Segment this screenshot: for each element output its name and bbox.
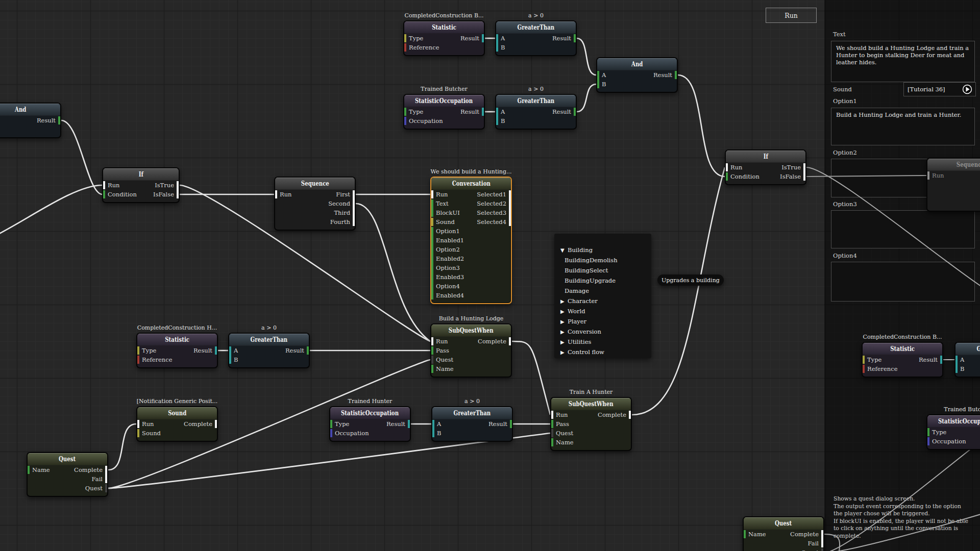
port-in-name[interactable]	[744, 530, 746, 539]
node-quest1[interactable]: QuestNameCompleteFailQuest	[27, 452, 108, 497]
port-in-occupation[interactable]	[404, 117, 406, 126]
port-in-a[interactable]	[432, 420, 434, 438]
port-out-complete[interactable]	[509, 337, 511, 346]
port-in-run[interactable]	[431, 190, 433, 199]
port-in-occupation[interactable]	[330, 429, 332, 438]
port-in-run[interactable]	[551, 411, 553, 419]
node-gt5[interactable]: a > 0GreaterThanAResultB	[954, 342, 980, 378]
port-in-pass[interactable]	[551, 420, 553, 429]
port-in-a[interactable]	[496, 108, 498, 126]
node-quest2[interactable]: QuestNameCompleteFailQuest	[743, 516, 824, 551]
menu-item-utilities[interactable]: ▶Utilities	[560, 337, 591, 347]
port-in-type[interactable]	[863, 356, 865, 364]
port-out-complete[interactable]	[821, 530, 823, 548]
run-button[interactable]: Run	[766, 8, 817, 23]
port-in-a[interactable]	[955, 356, 958, 373]
menu-item-buildingupgrade[interactable]: BuildingUpgrade	[565, 276, 616, 286]
port-in-name[interactable]	[431, 365, 433, 373]
menu-item-buildingselect[interactable]: BuildingSelect	[565, 265, 608, 276]
port-out-result[interactable]	[940, 356, 942, 364]
menu-item-control-flow[interactable]: ▶Control flow	[560, 347, 604, 357]
port-out-result[interactable]	[58, 116, 60, 125]
port-in-a[interactable]	[597, 71, 599, 89]
menu-item-buildingdemolish[interactable]: BuildingDemolish	[565, 255, 618, 265]
port-in-quest[interactable]	[431, 356, 433, 364]
port-out-result[interactable]	[675, 71, 677, 80]
port-label-complete: Complete	[478, 337, 506, 346]
node-stat2[interactable]: CompletedConstruction H...StatisticTypeR…	[136, 333, 218, 368]
port-out-result[interactable]	[307, 346, 309, 355]
node-conv[interactable]: We should build a Hunting...Conversation…	[430, 177, 512, 304]
port-in-reference[interactable]	[404, 43, 406, 52]
port-in-type[interactable]	[404, 108, 406, 116]
port-in-type[interactable]	[927, 428, 929, 437]
node-stat1[interactable]: CompletedConstruction B...StatisticTypeR…	[403, 20, 485, 56]
node-seq1[interactable]: SequenceRunFirstSecondThirdFourth	[274, 177, 356, 231]
port-in-run[interactable]	[431, 337, 433, 346]
port-in-run[interactable]	[103, 181, 105, 190]
port-out-istrue[interactable]	[803, 163, 805, 181]
port-out-selected1[interactable]	[509, 190, 511, 227]
port-in-reference[interactable]	[137, 356, 139, 364]
node-gt3[interactable]: a > 0GreaterThanAResultB	[228, 333, 310, 368]
port-label-name: Name	[748, 530, 766, 539]
port-in-a[interactable]	[496, 34, 498, 52]
port-in-quest[interactable]	[551, 429, 553, 438]
port-label-complete: Complete	[74, 465, 103, 474]
port-in-option1[interactable]	[431, 227, 433, 300]
menu-item-character[interactable]: ▶Character	[560, 296, 598, 306]
node-sound1[interactable]: [Notification Generic Posit...SoundRunCo…	[136, 406, 218, 442]
node-if1[interactable]: IfRunIsTrueConditionIsFalse	[102, 167, 180, 203]
port-in-run[interactable]	[726, 163, 728, 172]
port-out-result[interactable]	[408, 420, 410, 429]
port-in-run[interactable]	[927, 171, 929, 180]
port-in-type[interactable]	[404, 34, 406, 43]
node-if2[interactable]: IfRunIsTrueConditionIsFalse	[725, 149, 806, 185]
node-subqw1[interactable]: Build a Hunting LodgeSubQuestWhenRunComp…	[430, 323, 512, 378]
port-out-result[interactable]	[510, 420, 512, 429]
port-in-pass[interactable]	[431, 346, 433, 355]
port-out-quest[interactable]	[105, 484, 107, 493]
port-in-sound[interactable]	[137, 429, 139, 438]
port-in-name[interactable]	[28, 466, 30, 474]
port-in-text[interactable]	[431, 199, 433, 217]
port-in-reference[interactable]	[863, 365, 865, 373]
port-out-result[interactable]	[574, 108, 576, 116]
node-and2[interactable]: AndAResultB	[596, 57, 678, 93]
node-and1[interactable]: AndAResultB	[0, 103, 61, 138]
port-out-first[interactable]	[353, 190, 355, 227]
port-in-name[interactable]	[551, 438, 553, 447]
port-out-result[interactable]	[574, 34, 576, 43]
menu-item-conversion[interactable]: ▶Conversion	[560, 327, 601, 337]
node-subqw2[interactable]: Train A HunterSubQuestWhenRunCompletePas…	[550, 397, 632, 451]
port-out-istrue[interactable]	[177, 181, 179, 199]
port-out-result[interactable]	[215, 346, 217, 355]
node-seq2[interactable]: SequenceRunFirstSecondThirdFourth	[926, 158, 980, 212]
port-in-type[interactable]	[330, 420, 332, 429]
node-gt1[interactable]: a > 0GreaterThanAResultB	[495, 20, 577, 56]
node-gt4[interactable]: a > 0GreaterThanAResultB	[431, 406, 513, 442]
port-out-result[interactable]	[482, 34, 484, 43]
node-statocc3[interactable]: Trained ButcherStatisticOccupationTypeRe…	[926, 414, 980, 450]
port-in-occupation[interactable]	[927, 437, 929, 446]
port-out-quest[interactable]	[821, 548, 823, 551]
port-in-run[interactable]	[275, 190, 277, 199]
port-in-type[interactable]	[137, 346, 139, 355]
port-out-complete[interactable]	[215, 420, 217, 429]
port-out-result[interactable]	[482, 108, 484, 116]
node-statocc1[interactable]: Trained ButcherStatisticOccupationTypeRe…	[403, 94, 485, 130]
menu-item-world[interactable]: ▶World	[560, 306, 585, 316]
port-in-sound[interactable]	[431, 218, 433, 227]
menu-item-damage[interactable]: Damage	[565, 286, 589, 296]
port-in-condition[interactable]	[726, 172, 728, 181]
port-in-run[interactable]	[137, 420, 139, 429]
node-statocc2[interactable]: Trained HunterStatisticOccupationTypeRes…	[329, 406, 411, 442]
node-gt2[interactable]: a > 0GreaterThanAResultB	[495, 94, 577, 130]
port-out-complete[interactable]	[105, 466, 107, 484]
port-in-a[interactable]	[229, 346, 231, 364]
node-stat3[interactable]: CompletedConstruction B...StatisticTypeR…	[862, 342, 943, 378]
menu-item-player[interactable]: ▶Player	[560, 316, 586, 327]
menu-item-building[interactable]: ▼Building	[560, 245, 593, 255]
port-out-complete[interactable]	[629, 411, 631, 419]
port-in-condition[interactable]	[103, 190, 105, 199]
